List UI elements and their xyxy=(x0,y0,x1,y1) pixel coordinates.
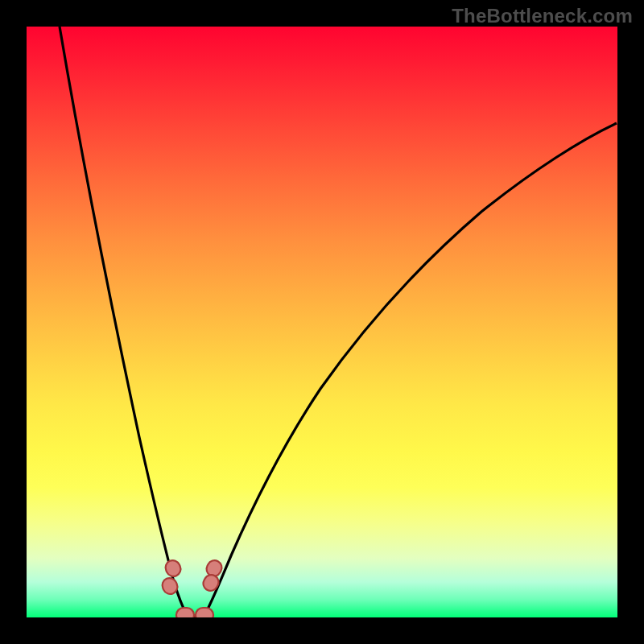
markers-group xyxy=(160,558,225,617)
marker-trough-left xyxy=(176,608,194,617)
plot-area xyxy=(27,27,617,617)
right-curve xyxy=(204,123,617,617)
chart-svg xyxy=(27,27,617,617)
watermark-text: TheBottleneck.com xyxy=(452,5,633,27)
marker-left-pair-top xyxy=(163,558,184,579)
left-curve xyxy=(60,27,188,617)
marker-trough-right xyxy=(196,608,213,617)
outer-frame: TheBottleneck.com xyxy=(0,0,644,644)
